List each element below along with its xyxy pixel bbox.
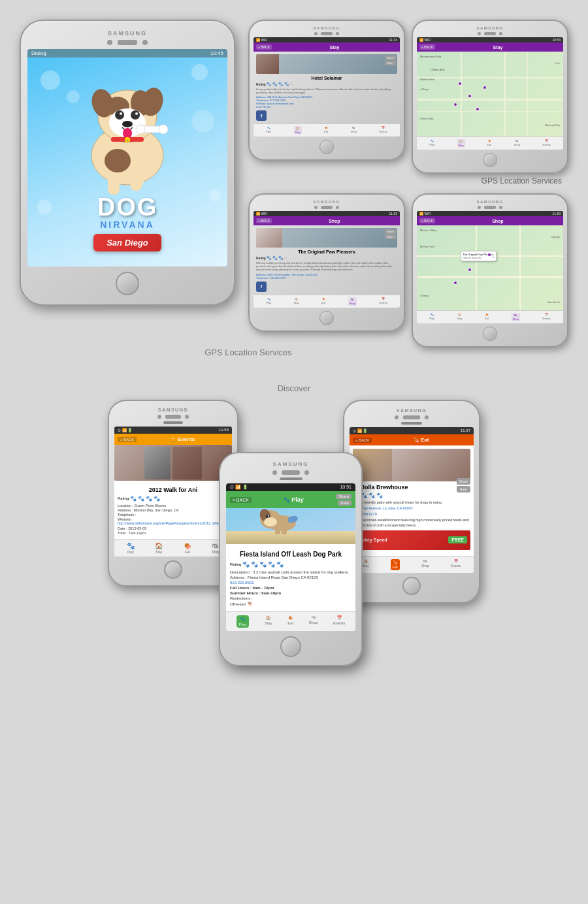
- play-nav-play-active[interactable]: 🐾 Play: [237, 615, 250, 628]
- smap-play-icon: 🐾: [431, 313, 434, 316]
- play-rate-btn[interactable]: Rate: [338, 500, 351, 506]
- stay-home-btn[interactable]: [319, 140, 334, 154]
- shop-map-back[interactable]: « BACK: [419, 218, 435, 223]
- smap-nav-stay[interactable]: 🏠Stay: [457, 313, 463, 321]
- shop-nav-shop-active[interactable]: 🛍Shop: [348, 297, 357, 306]
- events-status-icons: ⊙ 📶 🔋: [118, 428, 132, 432]
- play-nav-events[interactable]: 📅 Events: [333, 615, 345, 628]
- shop-detail-screen: 📶 WiFi 11:53 « BACK Shop: [253, 211, 400, 308]
- main-home-button[interactable]: [116, 272, 139, 295]
- play-nav-stay[interactable]: 🏠 Stay: [265, 615, 272, 628]
- map-nav-events[interactable]: 📅Events: [542, 139, 550, 148]
- eat-nav-stay[interactable]: 🏠 Stay: [363, 559, 369, 570]
- svg-point-16: [105, 149, 131, 172]
- shop-status-icons: 📶 WiFi: [256, 212, 267, 216]
- smap-nav-shop-active[interactable]: 🛍Shop: [512, 313, 520, 321]
- front-eat-label: Eat: [287, 621, 293, 625]
- events-app-bar: « BACK 🏆 Events: [114, 434, 232, 445]
- shop-nav-play[interactable]: 🐾Play: [266, 297, 271, 306]
- eat-home-btn[interactable]: [402, 577, 421, 595]
- eat-ad-banner[interactable]: Hockey Speed FREE: [353, 530, 470, 550]
- eat-nav-eat-active[interactable]: 🍖 Eat: [391, 559, 400, 570]
- events-dot-spk: [165, 415, 181, 419]
- eat-back-btn[interactable]: « BACK: [353, 438, 372, 443]
- play-nav-eat[interactable]: 🍖 Eat: [287, 615, 293, 628]
- smap-nav-play[interactable]: 🐾Play: [429, 313, 434, 321]
- shop-rate[interactable]: Rate: [385, 234, 396, 239]
- events-bottom-nav: 🐾 Play 🏠 Stay 🍖 Eat 🛍: [114, 539, 232, 557]
- map-nav-shop[interactable]: 🛍Shop: [514, 139, 520, 148]
- events-img-thumb: [144, 447, 171, 479]
- stay-map-icons: 📶 WiFi: [419, 38, 431, 42]
- play-app-bar: « BACK 🐾 Play Share Rate: [226, 491, 355, 508]
- eat-frame: ⊙ 📶 🔋 11:37 « BACK 🍖 Eat: [343, 400, 480, 604]
- ev-nav-play[interactable]: 🐾 Play: [127, 542, 135, 554]
- shop-home-btn[interactable]: [319, 311, 334, 325]
- shop-map-dot-sen: [499, 206, 502, 209]
- eat-dot-spk: [403, 415, 420, 419]
- stay-map-back[interactable]: « BACK: [419, 44, 435, 50]
- eat-nav-shop-icon: 🛍: [423, 559, 427, 563]
- nav-stay-active[interactable]: 🏠Stay: [294, 126, 302, 135]
- map-pin-2: [483, 86, 487, 89]
- shop-share[interactable]: Share: [385, 229, 396, 234]
- map-events-icon: 📅: [545, 139, 548, 142]
- shop-fb-icon[interactable]: f: [256, 282, 267, 292]
- stay-dot-camera: [314, 32, 318, 35]
- eat-speaker: [401, 422, 422, 425]
- events-dot-sen: [185, 415, 189, 419]
- eat-rate-btn[interactable]: Rate: [457, 486, 470, 492]
- stay-back-btn[interactable]: « BACK: [256, 44, 272, 50]
- play-tel-link[interactable]: 619.221.8901: [230, 581, 351, 585]
- eat-nav-events[interactable]: 📅 Events: [451, 559, 461, 570]
- play-home-btn[interactable]: [280, 636, 301, 657]
- nav-events[interactable]: 📅Events: [379, 126, 387, 135]
- shop-map-home-btn[interactable]: [483, 327, 497, 341]
- stay-rate-btn[interactable]: Rate: [385, 61, 396, 65]
- stay-share-btn[interactable]: Share: [385, 56, 396, 60]
- stay-map-home-btn[interactable]: [483, 153, 497, 167]
- map-nav-play[interactable]: 🐾Play: [429, 139, 434, 148]
- smap-nav-eat[interactable]: 🍖Eat: [485, 313, 489, 321]
- shop-popup-close[interactable]: ✕: [493, 256, 495, 259]
- play-back-btn[interactable]: « BACK: [230, 497, 252, 503]
- play-share-btn[interactable]: Share: [336, 494, 351, 499]
- shop-nav-eat[interactable]: 🍖Eat: [321, 297, 325, 306]
- spn-eat-icon: 🍖: [322, 297, 325, 300]
- ev-nav-eat[interactable]: 🍖 Eat: [184, 542, 191, 554]
- eat-nav-shop[interactable]: 🛍 Shop: [421, 559, 429, 570]
- shop-nav-stay[interactable]: 🏠Stay: [294, 297, 299, 306]
- shop-nav-events[interactable]: 📅Events: [379, 297, 387, 306]
- eat-paw4: 🐾: [376, 492, 383, 498]
- play-paw5: 🐾: [276, 561, 284, 568]
- shop-dot-sen: [336, 206, 339, 209]
- stay-paw2: 🐾: [272, 82, 277, 86]
- stay-rating-label: Rating: [256, 82, 265, 86]
- ev-stay-icon: 🏠: [155, 542, 163, 549]
- fb-icon[interactable]: f: [256, 110, 267, 121]
- main-phone-dots: [27, 40, 227, 45]
- eat-address-link[interactable]: 7536 Fay Avenue, La Jolla, CA 92037: [353, 506, 470, 511]
- play-nav-shop[interactable]: 🛍 Shop: [309, 615, 318, 628]
- eat-share-btn[interactable]: Share: [457, 478, 470, 485]
- ev-nav-stay[interactable]: 🏠 Stay: [155, 542, 163, 554]
- events-website-link[interactable]: http://www.sdhumane.org/site/PageNavigat…: [118, 521, 229, 525]
- play-time: 10:51: [340, 485, 351, 490]
- map-nav-eat[interactable]: 🍖Eat: [487, 139, 491, 148]
- shop-map-time: 11:53: [552, 212, 561, 216]
- shop-back[interactable]: « BACK: [256, 218, 272, 223]
- map-pin-5: [476, 107, 480, 111]
- play-bottom-nav: 🐾 Play 🏠 Stay 🍖 Eat 🛍: [226, 611, 355, 631]
- events-rating: Rating 🐾 🐾 🐾 🐾: [118, 496, 229, 502]
- events-back-btn[interactable]: « BACK: [118, 437, 137, 442]
- front-shop-label: Shop: [309, 621, 318, 624]
- nav-eat[interactable]: 🍖Eat: [324, 126, 328, 135]
- nav-shop[interactable]: 🛍Shop: [351, 126, 357, 135]
- map-nav-stay[interactable]: 🏠Stay: [457, 139, 465, 148]
- svg-point-21: [159, 125, 168, 134]
- events-home-btn[interactable]: [164, 560, 182, 579]
- smap-nav-events[interactable]: 📅Events: [542, 313, 550, 321]
- shop-header-img: Share Rate: [256, 228, 397, 248]
- map-play-icon: 🐾: [431, 139, 434, 142]
- nav-play[interactable]: 🐾Play: [266, 126, 271, 135]
